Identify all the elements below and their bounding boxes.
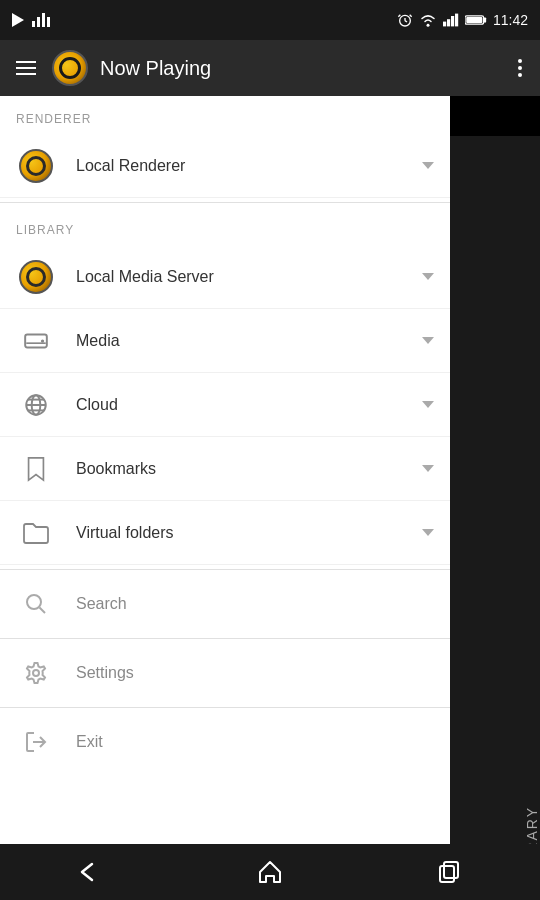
toolbar: Now Playing [0, 40, 540, 96]
cloud-item[interactable]: Cloud [0, 373, 450, 437]
battery-icon [465, 13, 487, 27]
bars-icon [32, 13, 50, 27]
bookmarks-item[interactable]: Bookmarks [0, 437, 450, 501]
svg-rect-9 [455, 14, 458, 27]
bubble-logo-renderer [19, 149, 53, 183]
library-section-header: LIBRARY [0, 207, 450, 245]
svg-rect-8 [451, 16, 454, 26]
settings-exit-divider [0, 707, 450, 708]
svg-line-2 [405, 21, 407, 22]
local-renderer-chevron [422, 162, 434, 169]
svg-rect-25 [440, 866, 454, 882]
local-media-server-label: Local Media Server [76, 268, 402, 286]
media-label: Media [76, 332, 402, 350]
local-renderer-item[interactable]: Local Renderer [0, 134, 450, 198]
svg-point-5 [426, 24, 429, 27]
recents-button[interactable] [420, 852, 480, 892]
hamburger-menu-button[interactable] [12, 57, 40, 79]
svg-rect-7 [447, 19, 450, 26]
renderer-section-header: RENDERER [0, 96, 450, 134]
bookmarks-chevron [422, 465, 434, 472]
bookmarks-label: Bookmarks [76, 460, 402, 478]
local-media-server-item[interactable]: Local Media Server [0, 245, 450, 309]
app-logo [52, 50, 88, 86]
overflow-menu-button[interactable] [512, 55, 528, 81]
local-media-server-icon [16, 257, 56, 297]
svg-rect-12 [466, 17, 482, 23]
svg-line-3 [398, 15, 400, 17]
content-area: RENDERER Local Renderer LIBRARY Local Me… [0, 96, 540, 844]
local-renderer-label: Local Renderer [76, 157, 402, 175]
navigation-drawer: RENDERER Local Renderer LIBRARY Local Me… [0, 96, 450, 844]
media-chevron [422, 337, 434, 344]
search-settings-divider [0, 638, 450, 639]
cloud-label: Cloud [76, 396, 402, 414]
right-panel: LIBRARY [450, 136, 540, 900]
svg-rect-11 [484, 17, 487, 22]
svg-line-4 [410, 15, 412, 17]
svg-line-22 [40, 608, 46, 614]
media-item[interactable]: Media [0, 309, 450, 373]
svg-rect-26 [444, 862, 458, 878]
back-button[interactable] [60, 852, 120, 892]
exit-label: Exit [76, 733, 434, 751]
cloud-chevron [422, 401, 434, 408]
navigation-bar [0, 844, 540, 900]
alarm-icon [397, 12, 413, 28]
settings-label: Settings [76, 664, 434, 682]
settings-icon [16, 653, 56, 693]
svg-point-21 [27, 595, 41, 609]
exit-icon [16, 722, 56, 762]
virtual-folders-item[interactable]: Virtual folders [0, 501, 450, 565]
clock: 11:42 [493, 12, 528, 28]
media-icon [16, 321, 56, 361]
search-icon [16, 584, 56, 624]
status-left-icons [12, 13, 50, 27]
svg-point-23 [33, 670, 39, 676]
svg-rect-6 [443, 22, 446, 27]
status-right-icons: 11:42 [397, 12, 528, 28]
signal-icon [443, 12, 459, 28]
cloud-icon [16, 385, 56, 425]
play-status-icon [12, 13, 24, 27]
bubble-logo-library [19, 260, 53, 294]
exit-item[interactable]: Exit [0, 712, 450, 772]
library-bottom-divider [0, 569, 450, 570]
local-media-server-chevron [422, 273, 434, 280]
search-item[interactable]: Search [0, 574, 450, 634]
renderer-library-divider [0, 202, 450, 203]
status-bar: 11:42 [0, 0, 540, 40]
virtual-folders-label: Virtual folders [76, 524, 402, 542]
svg-point-14 [41, 339, 44, 342]
local-renderer-icon [16, 146, 56, 186]
settings-item[interactable]: Settings [0, 643, 450, 703]
toolbar-title: Now Playing [100, 57, 500, 80]
bookmarks-icon [16, 449, 56, 489]
search-label: Search [76, 595, 434, 613]
virtual-folders-icon [16, 513, 56, 553]
virtual-folders-chevron [422, 529, 434, 536]
home-button[interactable] [240, 852, 300, 892]
wifi-icon [419, 12, 437, 28]
